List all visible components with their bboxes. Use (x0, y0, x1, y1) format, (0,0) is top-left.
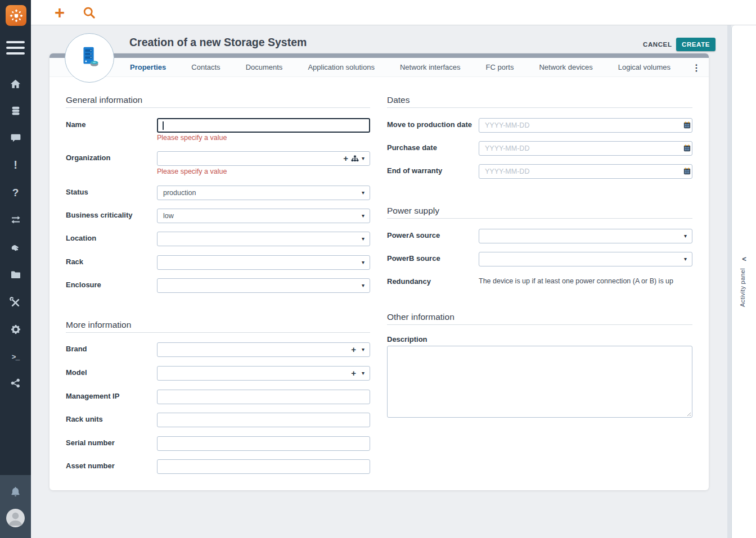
sidebar-item-console[interactable]: >_ (0, 350, 31, 364)
tab-logical-volumes[interactable]: Logical volumes (618, 63, 670, 71)
section-title-power: Power supply (387, 205, 692, 219)
label-powerb-source: PowerB source (387, 254, 440, 263)
object-form-card: Properties Contacts Documents Applicatio… (50, 53, 709, 490)
storage-system-icon (76, 45, 102, 71)
caret-down-icon: ▾ (362, 346, 364, 352)
label-location: Location (66, 234, 96, 242)
activity-panel-gutter[interactable] (727, 25, 731, 538)
tab-properties[interactable]: Properties (130, 63, 166, 71)
chat-icon (10, 132, 21, 143)
label-rack-units: Rack units (66, 415, 103, 423)
organization-input[interactable]: + ▾ (157, 151, 370, 166)
add-brand-button[interactable]: + (351, 345, 356, 354)
sidebar-item-configuration[interactable] (0, 268, 31, 282)
chevron-left-icon: < (742, 255, 746, 263)
management-ip-input[interactable] (157, 390, 370, 404)
label-brand: Brand (66, 345, 87, 353)
object-class-badge (65, 33, 114, 83)
tab-fc-ports[interactable]: FC ports (486, 63, 514, 71)
tab-network-interfaces[interactable]: Network interfaces (400, 63, 461, 71)
location-select[interactable]: ▾ (157, 232, 370, 246)
handshake-icon (10, 242, 21, 254)
sidebar-item-tools[interactable] (0, 296, 31, 309)
asset-number-input[interactable] (157, 459, 370, 474)
tab-application-solutions[interactable]: Application solutions (308, 63, 375, 71)
name-input[interactable] (157, 118, 370, 133)
sidebar-item-data[interactable] (0, 104, 31, 117)
itop-logo[interactable] (6, 5, 26, 26)
label-name: Name (66, 120, 86, 129)
calendar-icon[interactable] (683, 144, 691, 152)
powerb-source-select[interactable]: ▾ (479, 252, 692, 266)
calendar-icon[interactable] (683, 121, 691, 129)
caret-down-icon: ▾ (362, 370, 364, 376)
label-end-of-warranty: End of warranty (387, 166, 442, 175)
card-top-strip (50, 53, 709, 58)
rack-units-input[interactable] (157, 413, 370, 427)
user-avatar[interactable] (6, 509, 25, 527)
terminal-icon: >_ (12, 353, 20, 361)
powera-source-select[interactable]: ▾ (479, 229, 692, 243)
caret-down-icon[interactable]: ▾ (362, 155, 364, 161)
folder-icon (10, 269, 21, 281)
business-criticality-select[interactable]: low ▾ (157, 209, 370, 223)
browse-hierarchy-button[interactable] (351, 155, 359, 163)
add-organization-button[interactable]: + (343, 153, 348, 163)
sidebar-item-incidents[interactable]: ! (0, 158, 31, 171)
global-search-button[interactable] (83, 6, 96, 19)
plus-icon: + (343, 153, 348, 163)
cancel-button[interactable]: CANCEL (643, 41, 672, 48)
plus-icon: + (351, 345, 356, 354)
menu-toggle-button[interactable] (6, 41, 25, 58)
enclosure-select[interactable]: ▾ (157, 278, 370, 293)
label-asset-number: Asset number (66, 462, 115, 470)
home-icon (10, 78, 21, 90)
section-title-general: General information (66, 94, 370, 108)
sidebar-item-changes[interactable] (0, 213, 31, 227)
resize-handle-icon[interactable] (686, 411, 691, 416)
caret-down-icon: ▾ (362, 189, 364, 196)
description-textarea[interactable] (387, 346, 692, 418)
serial-number-input[interactable] (157, 436, 370, 451)
calendar-icon[interactable] (683, 167, 691, 175)
quick-create-button[interactable]: + (55, 0, 65, 25)
tab-network-devices[interactable]: Network devices (539, 63, 592, 71)
sidebar: ! ? >_ (0, 0, 31, 538)
move-to-production-date-input[interactable] (479, 118, 692, 133)
sidebar-item-services[interactable] (0, 241, 31, 254)
database-icon (10, 105, 21, 116)
label-model: Model (66, 368, 87, 377)
label-status: Status (66, 188, 88, 196)
section-title-more: More information (66, 319, 370, 333)
activity-panel-collapse-button[interactable]: < (732, 255, 756, 263)
organization-error: Please specify a value (157, 168, 227, 175)
sidebar-item-problems[interactable]: ? (0, 186, 31, 200)
model-select[interactable]: + ▾ (157, 366, 370, 381)
sidebar-item-share[interactable] (0, 376, 31, 390)
brand-select[interactable]: + ▾ (157, 342, 370, 357)
add-model-button[interactable]: + (351, 368, 356, 378)
tab-contacts[interactable]: Contacts (191, 63, 220, 71)
section-title-dates: Dates (387, 94, 692, 108)
redundancy-text: The device is up if at least one power c… (479, 277, 692, 285)
bell-icon (10, 486, 21, 498)
caret-down-icon: ▾ (362, 236, 364, 242)
plus-icon: + (351, 368, 356, 378)
status-select[interactable]: production ▾ (157, 186, 370, 200)
tab-overflow-menu[interactable]: ⋮ (692, 58, 701, 77)
end-of-warranty-input[interactable] (479, 164, 692, 179)
label-rack: Rack (66, 257, 83, 266)
create-button[interactable]: CREATE (676, 38, 716, 51)
sidebar-item-admin[interactable] (0, 323, 31, 336)
sidebar-item-home[interactable] (0, 77, 31, 91)
plus-icon: + (55, 3, 65, 22)
tab-bar: Properties Contacts Documents Applicatio… (50, 58, 709, 77)
tab-documents[interactable]: Documents (246, 63, 283, 71)
label-description: Description (387, 335, 428, 343)
sidebar-item-requests[interactable] (0, 131, 31, 144)
caret-down-icon: ▾ (684, 256, 687, 262)
notifications-button[interactable] (10, 486, 21, 498)
purchase-date-input[interactable] (479, 141, 692, 156)
status-value: production (163, 189, 196, 197)
rack-select[interactable]: ▾ (157, 255, 370, 270)
